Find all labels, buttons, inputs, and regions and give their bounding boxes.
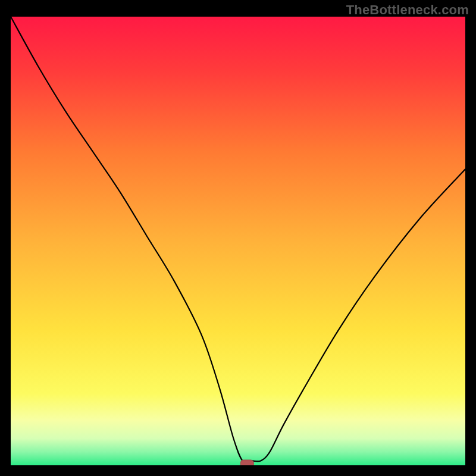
chart-svg xyxy=(11,17,465,465)
minimum-marker xyxy=(240,460,253,465)
watermark-text: TheBottleneck.com xyxy=(346,2,469,18)
chart-frame: TheBottleneck.com xyxy=(0,0,476,476)
plot-area xyxy=(11,17,465,465)
gradient-background xyxy=(11,17,465,465)
